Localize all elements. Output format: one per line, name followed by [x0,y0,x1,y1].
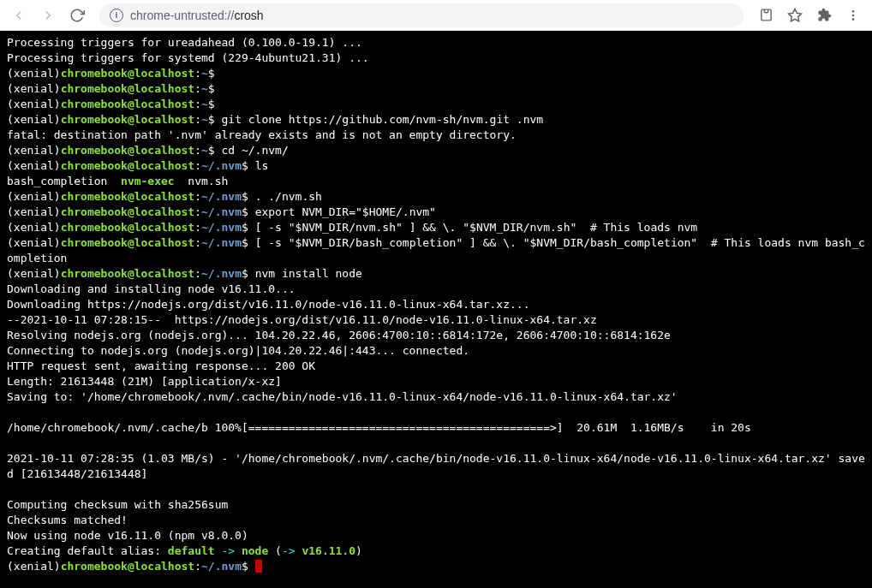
prompt: (xenial)chromebook@localhost:~$ [7,113,221,126]
output-line: fatal: destination path '.nvm' already e… [7,128,517,141]
address-bar[interactable]: i chrome-untrusted://crosh [99,3,744,27]
output-line: Saving to: '/home/chromebook/.nvm/.cache… [7,390,678,403]
site-info-icon[interactable]: i [110,9,123,22]
svg-point-7 [852,18,855,21]
output-line: Resolving nodejs.org (nodejs.org)... 104… [7,329,671,342]
prompt: (xenial)chromebook@localhost:~/.nvm$ [7,190,255,203]
output-line: --2021-10-11 07:28:15-- https://nodejs.o… [7,313,597,326]
prompt: (xenial)chromebook@localhost:~$ [7,144,221,157]
output-line: 2021-10-11 07:28:35 (1.03 MB/s) - '/home… [7,452,865,480]
prompt: (xenial)chromebook@localhost:~/.nvm$ [7,236,255,249]
command: git clone https://github.com/nvm-sh/nvm.… [221,113,543,126]
extensions-icon[interactable] [812,3,836,27]
forward-button[interactable] [36,3,60,27]
output-line: Checksums matched! [7,514,128,526]
output-line: Processing triggers for systemd (229-4ub… [7,51,369,64]
prompt: (xenial)chromebook@localhost:~$ [7,67,221,80]
prompt: (xenial)chromebook@localhost:~/.nvm$ [7,205,255,218]
output-line: Processing triggers for ureadahead (0.10… [7,36,362,49]
bookmark-icon[interactable] [783,3,807,27]
command: . ./nvm.sh [255,190,322,203]
cursor [255,560,262,573]
output-line: Computing checksum with sha256sum [7,498,228,511]
command: export NVM_DIR="$HOME/.nvm" [255,205,436,218]
command: nvm install node [255,267,362,280]
terminal[interactable]: Processing triggers for ureadahead (0.10… [0,31,872,588]
output-line: Connecting to nodejs.org (nodejs.org)|10… [7,344,469,357]
url-text: chrome-untrusted://crosh [130,9,264,22]
prompt: (xenial)chromebook@localhost:~/.nvm$ [7,221,255,234]
output-line: Downloading and installing node v16.11.0… [7,282,296,295]
output-line: Length: 21613448 (21M) [application/x-xz… [7,375,282,388]
back-button[interactable] [7,3,31,27]
output-line: HTTP request sent, awaiting response... … [7,359,315,372]
svg-point-6 [852,14,855,16]
prompt: (xenial)chromebook@localhost:~$ [7,98,221,110]
svg-point-5 [852,10,855,13]
install-icon[interactable] [754,3,778,27]
browser-toolbar: i chrome-untrusted://crosh [0,0,872,31]
output-line: Downloading https://nodejs.org/dist/v16.… [7,298,529,311]
svg-rect-0 [761,9,770,21]
command: [ -s "$NVM_DIR/nvm.sh" ] && \. "$NVM_DIR… [255,221,698,234]
output-line: Now using node v16.11.0 (npm v8.0.0) [7,529,248,542]
command: cd ~/.nvm/ [221,144,288,157]
reload-button[interactable] [65,3,89,27]
prompt: (xenial)chromebook@localhost:~/.nvm$ [7,159,255,172]
prompt: (xenial)chromebook@localhost:~$ [7,82,221,95]
prompt: (xenial)chromebook@localhost:~/.nvm$ [7,560,255,573]
output-line: /home/chromebook/.nvm/.cache/b 100%[====… [7,421,751,434]
prompt: (xenial)chromebook@localhost:~/.nvm$ [7,267,255,280]
menu-icon[interactable] [841,3,865,27]
output-line: Creating default alias: default -> node … [7,544,362,557]
svg-marker-4 [789,9,802,21]
ls-output: bash_completion nvm-exec nvm.sh [7,175,228,187]
command: ls [255,159,269,172]
